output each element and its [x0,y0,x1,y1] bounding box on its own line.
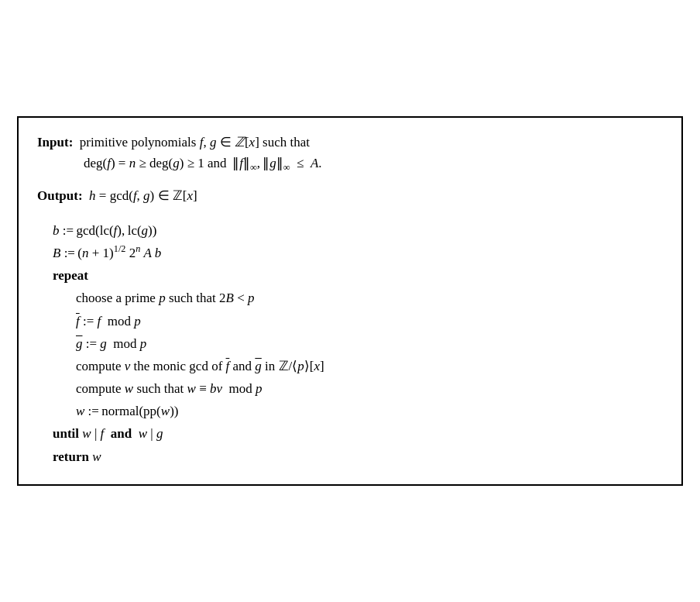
line-compute-nu: compute ν the monic gcd of f and g in ℤ/… [76,356,663,377]
line-compute-w: compute w such that w ≡ bν mod p [76,378,663,399]
line-B-assign: B := (n + 1)1/2 2n A b [53,243,663,263]
line-w-normal: w := normal(pp(w)) [76,401,663,421]
line-choose-prime: choose a prime p such that 2B < p [76,287,663,308]
return-line: return w [53,446,663,467]
output-section: Output: h = gcd(f, g) ∈ ℤ[x] [37,185,663,206]
input-label: Input: primitive polynomials f, g ∈ ℤ[x]… [37,135,310,150]
until-line: until w | f and w | g [53,423,663,444]
algorithm-box: Input: primitive polynomials f, g ∈ ℤ[x]… [17,116,683,486]
repeat-block: repeat choose a prime p such that 2B < p… [53,265,663,467]
output-text: h [89,188,96,203]
repeat-label: repeat [53,265,663,286]
algorithm-body: b := gcd(lc(f), lc(g)) B := (n + 1)1/2 2… [53,220,663,467]
input-section: Input: primitive polynomials f, g ∈ ℤ[x]… [37,132,663,174]
output-label: Output: [37,188,83,203]
line-b-assign: b := gcd(lc(f), lc(g)) [53,220,663,241]
line-fbar-assign: f := f mod p [76,311,663,332]
line-gbar-assign: g := g mod p [76,333,663,354]
repeat-inner: choose a prime p such that 2B < p f := f… [76,287,663,421]
input-line2: deg(f) = n ≥ deg(g) ≥ 1 and ‖f‖∞, ‖g‖∞ ≤… [84,153,663,174]
